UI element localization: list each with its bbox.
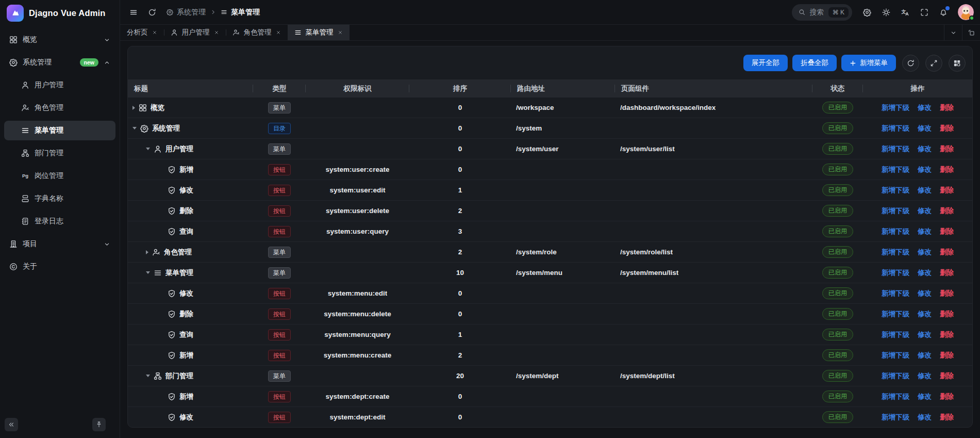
- action-add-child-link[interactable]: 新增下级: [882, 186, 909, 195]
- action-add-child-link[interactable]: 新增下级: [882, 330, 909, 339]
- search-input[interactable]: 搜索 ⌘ K: [792, 4, 852, 21]
- action-edit-link[interactable]: 修改: [918, 310, 932, 319]
- fullscreen-button[interactable]: [916, 4, 933, 21]
- action-delete-link[interactable]: 删除: [940, 186, 954, 195]
- action-delete-link[interactable]: 删除: [940, 165, 954, 174]
- close-tab-icon[interactable]: [214, 30, 219, 35]
- action-add-child-link[interactable]: 新增下级: [882, 371, 909, 381]
- sidebar-item-login-log[interactable]: 登录日志: [4, 212, 115, 231]
- refresh-page-button[interactable]: [144, 4, 160, 21]
- action-delete-link[interactable]: 删除: [940, 371, 954, 381]
- action-add-child-link[interactable]: 新增下级: [882, 248, 909, 257]
- collapse-sidebar-button[interactable]: [5, 418, 18, 431]
- action-add-child-link[interactable]: 新增下级: [882, 206, 909, 216]
- sidebar-item-project[interactable]: 项目: [4, 234, 115, 254]
- action-delete-link[interactable]: 删除: [940, 310, 954, 319]
- expand-table-button[interactable]: [925, 55, 942, 72]
- sidebar-item-system[interactable]: 系统管理new: [4, 53, 115, 72]
- tab-menus[interactable]: 菜单管理: [288, 25, 350, 40]
- action-add-child-link[interactable]: 新增下级: [882, 144, 909, 154]
- close-tab-icon[interactable]: [338, 30, 343, 35]
- action-edit-link[interactable]: 修改: [918, 103, 932, 112]
- column-header: 标题: [128, 79, 253, 98]
- cell-status: 已启用: [812, 308, 863, 320]
- tab-analysis[interactable]: 分析页: [120, 25, 164, 40]
- caret-down-icon[interactable]: [146, 271, 150, 274]
- action-edit-link[interactable]: 修改: [918, 330, 932, 339]
- action-delete-link[interactable]: 删除: [940, 289, 954, 298]
- action-edit-link[interactable]: 修改: [918, 268, 932, 278]
- breadcrumb-item-system[interactable]: 系统管理: [167, 8, 206, 17]
- tab-roles[interactable]: 角色管理: [226, 25, 288, 40]
- action-edit-link[interactable]: 修改: [918, 206, 932, 216]
- action-add-child-link[interactable]: 新增下级: [882, 268, 909, 278]
- sidebar-item-menus[interactable]: 菜单管理: [4, 121, 115, 140]
- action-delete-link[interactable]: 删除: [940, 206, 954, 216]
- action-delete-link[interactable]: 删除: [940, 227, 954, 236]
- caret-down-icon[interactable]: [146, 148, 150, 150]
- add-menu-button[interactable]: 新增菜单: [841, 55, 896, 71]
- sidebar-item-users[interactable]: 用户管理: [4, 75, 115, 95]
- action-delete-link[interactable]: 删除: [940, 392, 954, 401]
- cell-permission: system:user:query: [306, 228, 409, 235]
- gear-icon: [167, 9, 173, 15]
- action-add-child-link[interactable]: 新增下级: [882, 124, 909, 133]
- action-edit-link[interactable]: 修改: [918, 289, 932, 298]
- close-tab-icon[interactable]: [152, 30, 157, 35]
- column-settings-button[interactable]: [949, 55, 966, 72]
- reload-table-button[interactable]: [902, 55, 919, 72]
- action-add-child-link[interactable]: 新增下级: [882, 310, 909, 319]
- locale-button[interactable]: 文: [897, 4, 913, 21]
- action-add-child-link[interactable]: 新增下级: [882, 165, 909, 174]
- collapse-all-button[interactable]: 折叠全部: [792, 55, 837, 71]
- notifications-button[interactable]: [935, 4, 952, 21]
- menu-toggle-button[interactable]: [125, 4, 142, 21]
- action-edit-link[interactable]: 修改: [918, 392, 932, 401]
- action-edit-link[interactable]: 修改: [918, 144, 932, 154]
- settings-button[interactable]: [859, 4, 875, 21]
- action-edit-link[interactable]: 修改: [918, 351, 932, 360]
- action-delete-link[interactable]: 删除: [940, 413, 954, 422]
- avatar[interactable]: [958, 4, 974, 20]
- sidebar-item-overview[interactable]: 概览: [4, 30, 115, 50]
- action-edit-link[interactable]: 修改: [918, 186, 932, 195]
- action-delete-link[interactable]: 删除: [940, 124, 954, 133]
- action-delete-link[interactable]: 删除: [940, 103, 954, 112]
- sidebar-item-roles[interactable]: 角色管理: [4, 98, 115, 118]
- sidebar-item-about[interactable]: 关于: [4, 257, 115, 277]
- close-tab-icon[interactable]: [276, 30, 281, 35]
- action-add-child-link[interactable]: 新增下级: [882, 351, 909, 360]
- caret-right-icon[interactable]: [146, 250, 148, 254]
- sidebar-item-depts[interactable]: 部门管理: [4, 143, 115, 163]
- action-edit-link[interactable]: 修改: [918, 371, 932, 381]
- theme-toggle-button[interactable]: [878, 4, 894, 21]
- caret-right-icon[interactable]: [132, 106, 135, 110]
- action-add-child-link[interactable]: 新增下级: [882, 289, 909, 298]
- action-delete-link[interactable]: 删除: [940, 268, 954, 278]
- action-edit-link[interactable]: 修改: [918, 413, 932, 422]
- action-add-child-link[interactable]: 新增下级: [882, 227, 909, 236]
- action-delete-link[interactable]: 删除: [940, 248, 954, 257]
- app-logo[interactable]: Djagno Vue Admin: [0, 0, 120, 26]
- maximize-content-button[interactable]: [962, 25, 980, 40]
- sidebar-item-posts[interactable]: Pg岗位管理: [4, 166, 115, 186]
- action-delete-link[interactable]: 删除: [940, 144, 954, 154]
- sidebar-item-dict[interactable]: 字典名称: [4, 189, 115, 208]
- caret-down-icon[interactable]: [132, 127, 137, 129]
- action-add-child-link[interactable]: 新增下级: [882, 413, 909, 422]
- table-row: 删除按钮system:user:delete2已启用新增下级修改删除: [128, 201, 972, 221]
- action-delete-link[interactable]: 删除: [940, 330, 954, 339]
- action-edit-link[interactable]: 修改: [918, 248, 932, 257]
- caret-down-icon[interactable]: [146, 375, 150, 377]
- breadcrumb-item-menus[interactable]: 菜单管理: [221, 8, 260, 17]
- expand-all-button[interactable]: 展开全部: [743, 55, 788, 71]
- action-edit-link[interactable]: 修改: [918, 165, 932, 174]
- action-edit-link[interactable]: 修改: [918, 227, 932, 236]
- action-delete-link[interactable]: 删除: [940, 351, 954, 360]
- action-add-child-link[interactable]: 新增下级: [882, 392, 909, 401]
- tabs-dropdown-button[interactable]: [944, 25, 962, 40]
- action-edit-link[interactable]: 修改: [918, 124, 932, 133]
- action-add-child-link[interactable]: 新增下级: [882, 103, 909, 112]
- pin-sidebar-button[interactable]: [92, 418, 106, 431]
- tab-users[interactable]: 用户管理: [164, 25, 226, 40]
